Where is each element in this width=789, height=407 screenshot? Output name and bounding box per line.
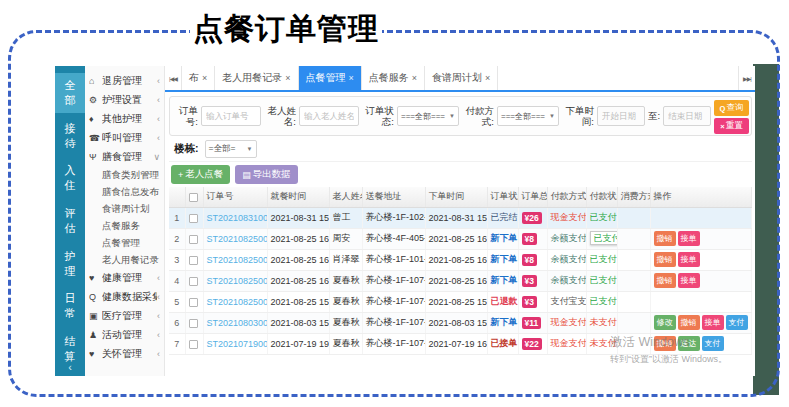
op-支付-button[interactable]: 支付	[726, 315, 748, 330]
submenu-item-老人用餐记录[interactable]: 老人用餐记录	[85, 251, 164, 268]
menu-item-关怀管理[interactable]: ♥ 关怀管理 ‹	[85, 344, 164, 363]
delivery-address: 养心楼-1F-101-1	[362, 249, 425, 270]
elder-name-input[interactable]	[299, 106, 359, 126]
side-nav-接待[interactable]: 接待	[55, 116, 85, 156]
tab-close-icon[interactable]: ×	[202, 73, 207, 83]
submenu-item-膳食信息发布[interactable]: 膳食信息发布	[85, 183, 164, 200]
row-checkbox[interactable]	[189, 298, 198, 307]
price-badge: ¥26	[522, 212, 542, 224]
menu-item-呼叫管理[interactable]: ☎ 呼叫管理 ‹	[85, 128, 164, 147]
op-接单-button[interactable]: 接单	[702, 315, 724, 330]
order-no-link[interactable]: ST2021083100	[207, 213, 268, 223]
row-operations: 撤销接单	[650, 270, 752, 291]
search-icon: Q	[720, 104, 726, 113]
filter-buttons: Q 查询 × 重置	[714, 100, 749, 134]
table-row: 3 ST2021082500 2021-08-25 16:4 肖泽翠 养心楼-1…	[169, 249, 752, 270]
op-支付-button[interactable]: 支付	[702, 336, 724, 351]
side-nav-评估[interactable]: 评估	[55, 201, 85, 241]
op-撤销-button[interactable]: 撤销	[654, 252, 676, 267]
row-checkbox[interactable]	[189, 256, 198, 265]
select-all-checkbox[interactable]	[189, 193, 198, 202]
menu-item-其他护理[interactable]: ♦ 其他护理 ‹	[85, 109, 164, 128]
row-number: 6	[169, 312, 185, 333]
menu-item-健康数据采集[interactable]: Q 健康数据采集 ‹	[85, 287, 164, 306]
to-label: 至:	[648, 110, 660, 121]
row-checkbox[interactable]	[189, 235, 198, 244]
tab-食谱周计划[interactable]: 食谱周计划 ×	[425, 66, 498, 90]
menu-item-活动管理[interactable]: ♟ 活动管理 ‹	[85, 325, 164, 344]
content-area: |◀◀ 布 × 老人用餐记录 × 点餐管理 × 点餐服务 × 食谱周计划 × ▶…	[165, 66, 755, 376]
op-送达-button[interactable]: 送达	[678, 336, 700, 351]
order-no-link[interactable]: ST2021082500	[207, 234, 268, 244]
building-select[interactable]: =全部= ▼	[205, 140, 257, 158]
row-checkbox[interactable]	[189, 277, 198, 286]
order-status-select[interactable]: ===全部=== ▼	[397, 106, 459, 126]
tab-close-icon[interactable]: ×	[349, 73, 354, 83]
row-checkbox[interactable]	[189, 319, 198, 328]
elder-order-button[interactable]: + 老人点餐	[171, 165, 230, 184]
submenu-item-点餐管理[interactable]: 点餐管理	[85, 234, 164, 251]
order-no-input[interactable]	[201, 106, 261, 126]
order-no-link[interactable]: ST2021082500	[207, 255, 268, 265]
tab-老人用餐记录[interactable]: 老人用餐记录 ×	[215, 66, 298, 90]
op-接单-button[interactable]: 接单	[678, 231, 700, 246]
tab-布[interactable]: 布 ×	[182, 66, 215, 90]
submenu-item-点餐服务[interactable]: 点餐服务	[85, 217, 164, 234]
menu-item-退房管理[interactable]: ⌂ 退房管理 ‹	[85, 71, 164, 90]
row-checkbox[interactable]	[189, 214, 198, 223]
tabs-scroll-left-icon[interactable]: |◀◀	[165, 66, 182, 90]
tab-close-icon[interactable]: ×	[285, 73, 290, 83]
filter-order-time: 下单时间: 至:	[563, 105, 711, 128]
row-operations: 修改撤销接单支付	[650, 312, 752, 333]
module-menu: ⌂ 退房管理 ‹ ⚙ 护理设置 ‹ ♦ 其他护理 ‹ ☎ 呼叫管理 ‹ Ψ 膳食…	[85, 66, 165, 376]
order-time: 2021-08-03 15:4	[425, 312, 487, 333]
tab-close-icon[interactable]: ×	[412, 73, 417, 83]
order-time: 2021-08-25 16:4	[425, 249, 487, 270]
op-接单-button[interactable]: 接单	[678, 252, 700, 267]
meal-time: 2021-08-31 15:5	[267, 207, 329, 228]
pay-method-label: 付款方式:	[463, 105, 494, 128]
row-checkbox[interactable]	[189, 340, 198, 349]
price-badge: ¥8	[522, 254, 537, 266]
column-header: 操作	[650, 187, 752, 207]
column-header: 老人姓名	[329, 187, 362, 207]
tab-点餐管理[interactable]: 点餐管理 ×	[299, 66, 362, 90]
op-撤销-button[interactable]: 撤销	[654, 336, 676, 351]
magnifier-icon: Q	[89, 292, 102, 302]
export-data-button[interactable]: ▤ 导出数据	[235, 165, 298, 184]
tab-close-icon[interactable]: ×	[485, 73, 490, 83]
tab-点餐服务[interactable]: 点餐服务 ×	[362, 66, 425, 90]
order-no-link[interactable]: ST2021071900	[207, 339, 268, 349]
order-no-link[interactable]: ST2021082500	[207, 297, 268, 307]
order-no-link[interactable]: ST2021080300	[207, 318, 268, 328]
meal-time: 2021-08-25 16:4	[267, 249, 329, 270]
submenu-item-膳食类别管理[interactable]: 膳食类别管理	[85, 166, 164, 183]
side-nav-日常[interactable]: 日常	[55, 286, 85, 326]
chevron-down-icon: ▼	[549, 113, 555, 119]
submenu-item-食谱周计划[interactable]: 食谱周计划	[85, 200, 164, 217]
pay-method-select[interactable]: ===全部=== ▼	[497, 106, 559, 126]
menu-item-健康管理[interactable]: ♥ 健康管理 ‹	[85, 268, 164, 287]
order-status: 新下单	[491, 275, 518, 285]
menu-item-膳食管理[interactable]: Ψ 膳食管理 ∨	[85, 147, 164, 166]
reset-button[interactable]: × 重置	[714, 118, 749, 134]
side-nav-全部[interactable]: 全部	[55, 73, 85, 113]
start-date-input[interactable]	[597, 106, 645, 126]
op-接单-button[interactable]: 接单	[678, 273, 700, 288]
op-撤销-button[interactable]: 撤销	[654, 231, 676, 246]
op-撤销-button[interactable]: 撤销	[654, 273, 676, 288]
search-button[interactable]: Q 查询	[714, 100, 749, 116]
meal-time: 2021-08-25 16:4	[267, 228, 329, 249]
side-nav-入住[interactable]: 入住	[55, 158, 85, 198]
side-nav-护理[interactable]: 护理	[55, 244, 85, 284]
sidebar-collapse-icon[interactable]: ‹	[55, 361, 85, 373]
menu-item-医疗管理[interactable]: ▣ 医疗管理 ‹	[85, 306, 164, 325]
op-修改-button[interactable]: 修改	[654, 315, 676, 330]
delivery-address: 养心楼-1F-107-1	[362, 270, 425, 291]
chevron-icon: ‹	[157, 76, 160, 86]
end-date-input[interactable]	[663, 106, 711, 126]
op-撤销-button[interactable]: 撤销	[678, 315, 700, 330]
menu-item-护理设置[interactable]: ⚙ 护理设置 ‹	[85, 90, 164, 109]
tabs-scroll-right-icon[interactable]: ▶▶|	[738, 66, 755, 90]
order-no-link[interactable]: ST2021082500	[207, 276, 268, 286]
